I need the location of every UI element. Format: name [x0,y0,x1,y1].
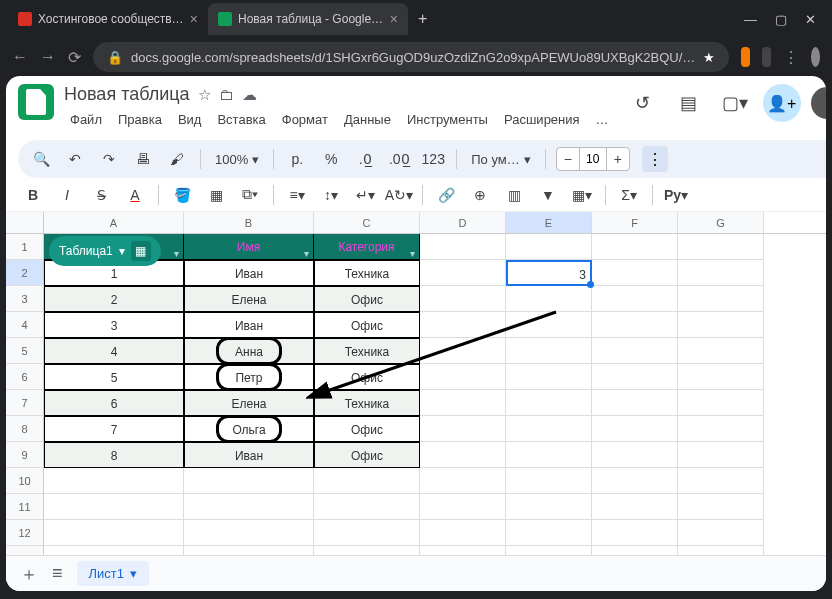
browser-tab[interactable]: Хостинговое сообщество «Tim × [8,3,208,35]
halign-icon[interactable]: ≡▾ [284,182,310,208]
close-window-icon[interactable]: ✕ [805,12,816,27]
table-chip[interactable]: Таблица1 ▾ ▦ [49,236,161,266]
font-size-input[interactable] [579,148,607,170]
link-icon[interactable]: 🔗 [433,182,459,208]
cell[interactable]: Техника [314,338,420,364]
chart-icon[interactable]: ▥ [501,182,527,208]
cell[interactable] [678,338,764,364]
cell[interactable] [44,520,184,546]
fill-color-icon[interactable]: 🪣 [169,182,195,208]
paint-format-icon[interactable]: 🖌 [164,146,190,172]
cell[interactable] [184,546,314,555]
cell[interactable] [314,520,420,546]
cell[interactable] [678,260,764,286]
row-header[interactable]: 12 [6,520,44,546]
cell[interactable]: 8 [44,442,184,468]
overflow-icon[interactable]: ⋮ [783,48,799,67]
close-icon[interactable]: × [390,11,398,27]
functions-icon[interactable]: Σ▾ [616,182,642,208]
cell[interactable] [314,494,420,520]
row-header[interactable]: 6 [6,364,44,390]
cell[interactable] [506,520,592,546]
cell[interactable] [592,234,678,260]
cell[interactable] [592,390,678,416]
cell[interactable] [506,468,592,494]
cell[interactable] [592,260,678,286]
extension-icon[interactable] [741,47,750,67]
menu-view[interactable]: Вид [172,109,208,130]
row-header[interactable]: 9 [6,442,44,468]
cell[interactable] [678,546,764,555]
cell[interactable] [506,364,592,390]
cell[interactable] [420,468,506,494]
back-icon[interactable]: ← [12,48,28,66]
cell[interactable]: 7 [44,416,184,442]
cell[interactable] [506,546,592,555]
cell[interactable] [678,468,764,494]
cell[interactable] [678,364,764,390]
menu-tools[interactable]: Инструменты [401,109,494,130]
text-color-icon[interactable]: A [122,182,148,208]
redo-icon[interactable]: ↷ [96,146,122,172]
cell[interactable]: 4 [44,338,184,364]
cell[interactable]: Иван [184,312,314,338]
cell[interactable] [184,494,314,520]
cell[interactable]: 3 [506,260,592,286]
profile-icon[interactable] [811,47,820,67]
menu-insert[interactable]: Вставка [211,109,271,130]
cell[interactable] [592,312,678,338]
history-icon[interactable]: ↺ [625,85,661,121]
comment-icon[interactable]: ⊕ [467,182,493,208]
new-tab-button[interactable]: + [408,10,437,28]
cell[interactable] [506,416,592,442]
cell[interactable] [420,260,506,286]
share-button[interactable]: 👤+ [763,84,801,122]
more-formats-icon[interactable]: 123 [420,146,446,172]
cell[interactable]: Офис [314,364,420,390]
filter-icon[interactable]: ▼ [535,182,561,208]
filter-views-icon[interactable]: ▦▾ [569,182,595,208]
cell[interactable] [506,286,592,312]
cell[interactable]: 2 [44,286,184,312]
cell[interactable] [184,468,314,494]
close-icon[interactable]: × [190,11,198,27]
cell[interactable] [506,390,592,416]
cell[interactable] [592,338,678,364]
cell[interactable] [420,338,506,364]
cell[interactable] [420,390,506,416]
cell[interactable] [678,234,764,260]
col-header-a[interactable]: A [44,212,184,233]
cell[interactable] [506,338,592,364]
menu-format[interactable]: Формат [276,109,334,130]
doc-title[interactable]: Новая таблица [64,84,190,105]
cell[interactable] [592,416,678,442]
cell[interactable] [678,390,764,416]
cell[interactable]: Анна [184,338,314,364]
decrease-font-icon[interactable]: − [557,151,579,167]
cell[interactable]: 3 [44,312,184,338]
url-field[interactable]: 🔒 docs.google.com/spreadsheets/d/1SHGxr6… [93,42,729,72]
cell[interactable] [420,416,506,442]
cell[interactable]: Офис [314,442,420,468]
cell[interactable] [678,416,764,442]
search-icon[interactable]: 🔍 [28,146,54,172]
cell[interactable]: Иван [184,260,314,286]
cell[interactable] [592,520,678,546]
cell[interactable]: 6 [44,390,184,416]
cell[interactable] [420,234,506,260]
cell[interactable] [184,520,314,546]
cell[interactable]: Категория▾ [314,234,420,260]
cell[interactable] [44,494,184,520]
menu-file[interactable]: Файл [64,109,108,130]
browser-tab-active[interactable]: Новая таблица - Google Табли × [208,3,408,35]
cell[interactable]: Иван [184,442,314,468]
cell[interactable]: Елена [184,286,314,312]
cell[interactable]: Офис [314,416,420,442]
percent-icon[interactable]: % [318,146,344,172]
reload-icon[interactable]: ⟳ [68,48,81,67]
cell[interactable] [420,442,506,468]
col-header-g[interactable]: G [678,212,764,233]
cell[interactable] [592,494,678,520]
table-icon[interactable]: ▦ [131,241,151,261]
increase-decimal-icon[interactable]: .00̲ [386,146,412,172]
